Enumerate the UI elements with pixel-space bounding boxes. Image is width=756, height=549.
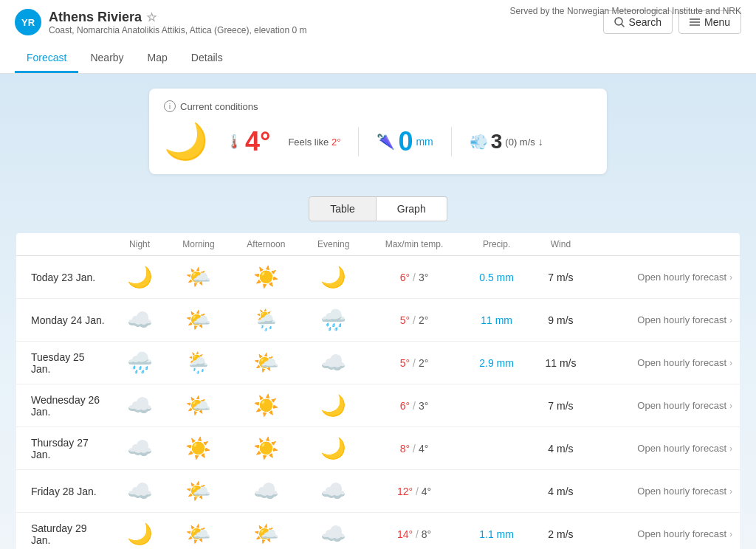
action-cell[interactable]: Open hourly forecast › [591, 256, 740, 299]
current-conditions-title: i Current conditions [164, 100, 592, 112]
night-icon-cell: ☁️ [112, 427, 167, 470]
temp-min: 4° [422, 486, 431, 497]
precip-cell [464, 427, 530, 470]
open-hourly-button[interactable]: Open hourly forecast › [599, 314, 732, 325]
th-precip: Precip. [464, 233, 530, 256]
wind-icon: 💨 [470, 133, 488, 151]
separator2 [451, 127, 452, 156]
current-wind-value: 3 [491, 130, 503, 153]
night-icon-cell: 🌙 [112, 256, 167, 299]
graph-view-button[interactable]: Graph [377, 196, 447, 221]
morning-weather-icon: 🌦️ [185, 351, 211, 375]
main-content: i Current conditions 🌙 🌡️ 4° Feels like … [0, 74, 756, 549]
wind-cell: 4 m/s [530, 427, 592, 470]
action-cell[interactable]: Open hourly forecast › [591, 299, 740, 342]
afternoon-icon-cell: 🌦️ [230, 299, 302, 342]
morning-icon-cell: 🌤️ [167, 299, 230, 342]
table-row: Saturday 29 Jan. 🌙 🌤️ 🌤️ ☁️ 14° / 8° 1.1… [16, 513, 740, 550]
tab-forecast[interactable]: Forecast [15, 44, 78, 73]
morning-weather-icon: 🌤️ [185, 479, 211, 503]
night-weather-icon: ☁️ [127, 393, 153, 418]
morning-weather-icon: ☀️ [185, 436, 211, 460]
night-weather-icon: 🌙 [127, 522, 153, 546]
thermometer-icon: 🌡️ [226, 134, 242, 150]
evening-icon-cell: 🌧️ [302, 299, 365, 342]
morning-weather-icon: 🌤️ [185, 393, 211, 418]
afternoon-icon-cell: 🌤️ [230, 342, 302, 384]
service-attribution: Served by the Norwegian Meteorological I… [510, 6, 742, 16]
evening-weather-icon: 🌙 [320, 265, 346, 289]
morning-icon-cell: 🌤️ [167, 256, 230, 299]
night-weather-icon: ☁️ [127, 479, 153, 503]
open-hourly-button[interactable]: Open hourly forecast › [599, 528, 732, 539]
action-cell[interactable]: Open hourly forecast › [591, 427, 740, 470]
table-row: Tuesday 25 Jan. 🌧️ 🌦️ 🌤️ ☁️ 5° / 2° 2.9 … [16, 342, 740, 384]
day-label: Thursday 27 Jan. [16, 427, 112, 470]
tab-map[interactable]: Map [136, 44, 179, 73]
chevron-right-icon: › [729, 443, 732, 454]
temp-min: 4° [419, 443, 428, 455]
conditions-row: 🌙 🌡️ 4° Feels like 2° 🌂 0 mm 💨 3 (0) m/s [164, 121, 592, 162]
th-temp: Max/min temp. [365, 233, 463, 256]
th-wind: Wind [530, 233, 592, 256]
action-cell[interactable]: Open hourly forecast › [591, 513, 740, 550]
open-hourly-button[interactable]: Open hourly forecast › [599, 357, 732, 368]
logo-text: YR [21, 17, 35, 28]
precip-cell [464, 470, 530, 513]
open-hourly-button[interactable]: Open hourly forecast › [599, 443, 732, 454]
temp-max: 6° [400, 400, 410, 412]
yr-logo: YR [15, 9, 41, 35]
action-cell[interactable]: Open hourly forecast › [591, 342, 740, 384]
temp-max: 12° [397, 486, 413, 497]
evening-icon-cell: 🌙 [302, 384, 365, 427]
open-hourly-button[interactable]: Open hourly forecast › [599, 486, 732, 497]
temp-cell: 6° / 3° [365, 256, 463, 299]
day-label: Friday 28 Jan. [16, 470, 112, 513]
precip-cell: 11 mm [464, 299, 530, 342]
evening-weather-icon: 🌙 [320, 436, 346, 460]
action-cell[interactable]: Open hourly forecast › [591, 384, 740, 427]
evening-icon-cell: ☁️ [302, 470, 365, 513]
menu-icon [690, 18, 700, 27]
current-precip-value: 0 [398, 126, 413, 157]
table-row: Thursday 27 Jan. ☁️ ☀️ ☀️ 🌙 8° / 4° 4 m/… [16, 427, 740, 470]
open-hourly-button[interactable]: Open hourly forecast › [599, 272, 732, 283]
night-icon-cell: ☁️ [112, 470, 167, 513]
evening-weather-icon: ☁️ [320, 522, 346, 546]
tab-nearby[interactable]: Nearby [78, 44, 135, 73]
afternoon-icon-cell: 🌤️ [230, 513, 302, 550]
temp-max: 14° [397, 528, 413, 540]
wind-cell: 2 m/s [530, 513, 592, 550]
day-label: Monday 24 Jan. [16, 299, 112, 342]
current-precip-block: 🌂 0 mm [377, 126, 433, 157]
precip-cell: 1.1 mm [464, 513, 530, 550]
evening-icon-cell: ☁️ [302, 513, 365, 550]
chevron-right-icon: › [729, 529, 732, 539]
morning-icon-cell: 🌤️ [167, 513, 230, 550]
chevron-right-icon: › [729, 272, 732, 283]
search-icon [614, 17, 625, 27]
temp-max: 5° [400, 357, 410, 369]
precip-cell: 0.5 mm [464, 256, 530, 299]
chevron-right-icon: › [729, 315, 732, 325]
night-weather-icon: 🌙 [127, 265, 153, 289]
evening-icon-cell: 🌙 [302, 256, 365, 299]
wind-cell: 7 m/s [530, 384, 592, 427]
temp-min: 2° [419, 357, 428, 369]
action-cell[interactable]: Open hourly forecast › [591, 470, 740, 513]
open-hourly-button[interactable]: Open hourly forecast › [599, 400, 732, 411]
temp-cell: 14° / 8° [365, 513, 463, 550]
morning-icon-cell: 🌤️ [167, 384, 230, 427]
temp-cell: 5° / 2° [365, 342, 463, 384]
morning-weather-icon: 🌤️ [185, 308, 211, 332]
table-row: Friday 28 Jan. ☁️ 🌤️ ☁️ ☁️ 12° / 4° 4 m/… [16, 470, 740, 513]
evening-icon-cell: 🌙 [302, 427, 365, 470]
tab-details[interactable]: Details [179, 44, 235, 73]
day-label: Today 23 Jan. [16, 256, 112, 299]
th-day [16, 233, 112, 256]
favorite-star[interactable]: ☆ [146, 10, 157, 24]
table-view-button[interactable]: Table [309, 196, 376, 221]
afternoon-icon-cell: ☁️ [230, 470, 302, 513]
location-info: Athens Riviera ☆ Coast, Nomarchia Anatol… [49, 10, 306, 35]
day-label: Wednesday 26 Jan. [16, 384, 112, 427]
